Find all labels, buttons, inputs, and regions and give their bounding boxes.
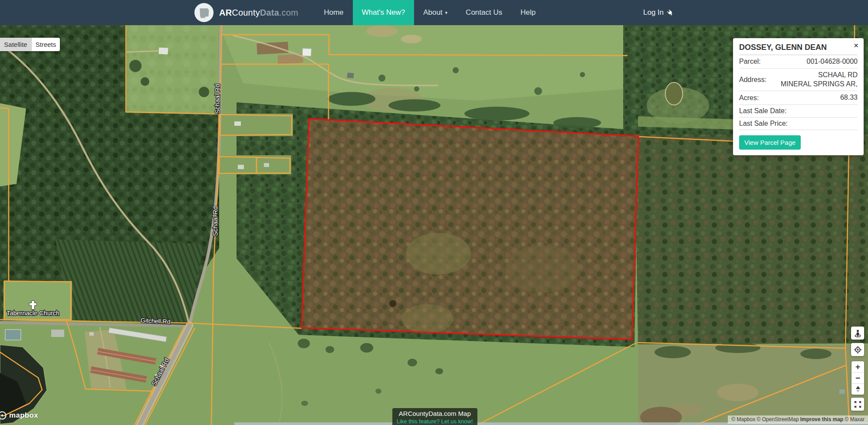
parcel-acres-row: Acres: 68.33	[739, 91, 858, 105]
main-nav: Home What's New? About▾ Contact Us Help	[315, 0, 545, 25]
parcel-sale-date-row: Last Sale Date:	[739, 105, 858, 118]
nav-item-contact-us[interactable]: Contact Us	[457, 0, 511, 25]
road-label-schaal-top: Schaal Rd	[214, 84, 221, 114]
parcel-info-popup: × DOSSEY, GLENN DEAN Parcel: 001-04628-0…	[733, 38, 864, 155]
close-icon[interactable]: ×	[854, 41, 858, 49]
mapbox-logo[interactable]: mapbox	[0, 411, 38, 420]
view-parcel-page-button[interactable]: View Parcel Page	[739, 135, 801, 150]
login-button[interactable]: Log In	[643, 0, 674, 25]
nav-item-home[interactable]: Home	[315, 0, 352, 25]
person-marker-icon	[854, 329, 862, 337]
arcountydata-map-page: Schaal Rd Schaal Rd Schaal Rd Gitchell R…	[0, 0, 868, 425]
compass-reset-button[interactable]	[852, 384, 864, 395]
fullscreen-icon	[854, 400, 862, 409]
top-navbar: ARCountyData.com Home What's New? About▾…	[0, 0, 868, 25]
feedback-link[interactable]: Like this feature? Let us know!	[397, 418, 473, 425]
map-branding-box: ARCountyData.com Map Like this feature? …	[392, 408, 477, 425]
plug-icon	[667, 9, 674, 16]
geolocate-icon	[854, 346, 862, 354]
nav-item-help[interactable]: Help	[511, 0, 545, 25]
attribution-maxar-link[interactable]: © Maxar	[845, 416, 865, 422]
selected-parcel[interactable]	[302, 119, 638, 340]
basemap-toggle: Satellite Streets	[0, 38, 60, 51]
zoom-out-button[interactable]: −	[852, 373, 864, 384]
attribution-osm-link[interactable]: © OpenStreetMap	[757, 416, 799, 422]
compass-north-icon	[856, 386, 860, 389]
nav-item-about[interactable]: About▾	[414, 0, 457, 25]
zoom-control: + −	[852, 361, 864, 395]
parcel-sale-price-row: Last Sale Price:	[739, 118, 858, 130]
fullscreen-button[interactable]	[851, 398, 864, 411]
poi-label-tabernacle-church: Tabernacle Church	[7, 310, 59, 317]
zoom-in-button[interactable]: +	[852, 361, 864, 373]
improve-this-map-link[interactable]: Improve this map	[800, 416, 843, 422]
brand-wordmark: ARCountyData.com	[219, 8, 298, 18]
geolocate-button[interactable]	[851, 343, 864, 356]
compass-south-icon	[856, 390, 860, 392]
parcel-address-row: Address: SCHAAL RDMINERAL SPRINGS AR,	[739, 69, 858, 91]
map-branding-title: ARCountyData.com Map	[397, 410, 473, 417]
attribution-mapbox-link[interactable]: © Mapbox	[731, 416, 755, 422]
road-label-schaal-mid: Schaal Rd	[211, 206, 219, 236]
arkansas-state-icon	[194, 3, 214, 22]
satellite-button[interactable]: Satellite	[0, 38, 31, 51]
parcel-owner-name: DOSSEY, GLENN DEAN	[739, 42, 858, 55]
brand-logo[interactable]: ARCountyData.com	[194, 0, 298, 25]
parcel-number-row: Parcel: 001-04628-0000	[739, 55, 858, 69]
caret-down-icon: ▾	[445, 10, 448, 16]
mapbox-circle-icon	[0, 411, 7, 420]
streets-button[interactable]: Streets	[31, 38, 60, 51]
map-attribution: © Mapbox © OpenStreetMap Improve this ma…	[728, 415, 868, 424]
nav-item-whats-new[interactable]: What's New?	[353, 0, 414, 25]
street-level-button[interactable]	[851, 327, 864, 340]
